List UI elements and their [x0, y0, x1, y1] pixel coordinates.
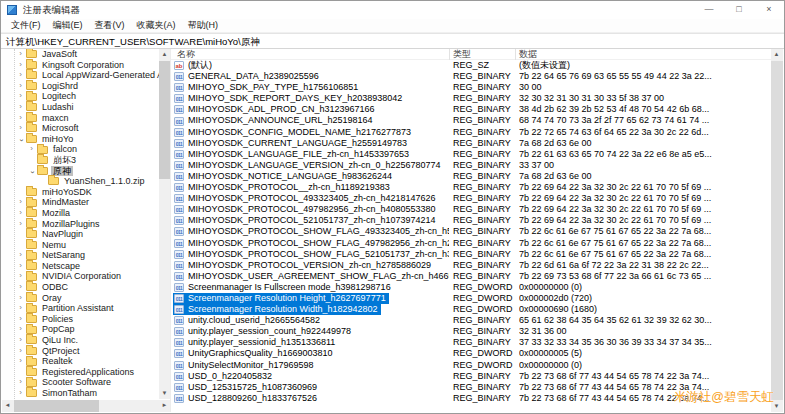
value-name-cell[interactable]: 011 MIHOYOSDK_PROTOCOL_493323405_zh-cn_h… — [173, 193, 449, 204]
value-name-cell[interactable]: 011 USD_125315725_h1087360969 — [173, 382, 449, 393]
expand-chevron-icon[interactable]: › — [16, 346, 25, 357]
tree-item[interactable]: › miHoYo — [2, 134, 159, 145]
menu-item[interactable]: 编辑(E) — [47, 19, 89, 32]
tree-item[interactable]: › Nemu — [2, 240, 159, 251]
value-row[interactable]: 011 MIHOYOSDK_PROTOCOL_SHOW_FLAG_4933234… — [171, 226, 771, 237]
minimize-button[interactable]: — — [694, 1, 724, 19]
value-name-cell[interactable]: 011 MIHOYOSDK_CURRENT_LANGUAGE_h25591497… — [173, 138, 449, 149]
value-row[interactable]: 011 GENERAL_DATA_h2389025596 REG_BINARY … — [171, 71, 771, 82]
value-row[interactable]: 011 UnityGraphicsQuality_h1669003810 REG… — [171, 348, 771, 359]
value-row[interactable]: 011 MIHOYOSDK_USER_AGREEMENT_SHOW_FLAG_z… — [171, 271, 771, 282]
menu-item[interactable]: 帮助(H) — [182, 19, 225, 32]
value-name-cell[interactable]: 011 MIHOYOSDK_PROTOCOL_SHOW_FLAG_4933234… — [173, 226, 449, 237]
expand-chevron-icon[interactable]: › — [16, 219, 25, 230]
column-separator[interactable] — [449, 49, 450, 60]
tree-item[interactable]: › Netscape — [2, 261, 159, 272]
expand-chevron-icon[interactable]: › — [16, 60, 25, 71]
maximize-button[interactable]: □ — [724, 1, 754, 19]
value-name-cell[interactable]: 011 MIHOYO_SDK_REPORT_DAYS_KEY_h20389380… — [173, 93, 449, 104]
value-row[interactable]: 011 MIHOYOSDK_PROTOCOL_SHOW_FLAG_4979829… — [171, 238, 771, 249]
value-name-cell[interactable]: 011 Screenmanager Resolution Width_h1829… — [173, 304, 449, 315]
value-row[interactable]: 011 MIHOYOSDK_CONFIG_MODEL_NAME_h2176277… — [171, 127, 771, 138]
scroll-right-icon[interactable]: ► — [159, 400, 170, 411]
scroll-up-icon[interactable]: ▲ — [771, 49, 782, 60]
expand-chevron-icon[interactable]: › — [16, 324, 25, 335]
tree-item[interactable]: › ODBC — [2, 282, 159, 293]
tree-item[interactable]: › falcon — [2, 144, 159, 155]
value-row[interactable]: 011 MIHOYOSDK_PROTOCOL_497982956_zh-cn_h… — [171, 204, 771, 215]
value-row[interactable]: 011 unity.player_sessionid_h1351336811 R… — [171, 337, 771, 348]
tree-item[interactable]: › Oray — [2, 293, 159, 304]
value-row[interactable]: 011 MIHOYOSDK_PROTOCOL_SHOW_FLAG_5210517… — [171, 249, 771, 260]
value-name-cell[interactable]: 011 MIHOYOSDK_USER_AGREEMENT_SHOW_FLAG_z… — [173, 271, 449, 282]
expand-chevron-icon[interactable]: › — [16, 113, 25, 124]
expand-chevron-icon[interactable]: › — [26, 167, 37, 176]
value-name-cell[interactable]: 011 MIHOYOSDK_PROTOCOL_SHOW_FLAG_5210517… — [173, 249, 449, 260]
expand-chevron-icon[interactable]: › — [16, 377, 25, 388]
value-row[interactable]: 011 UnitySelectMonitor_h17969598 REG_DWO… — [171, 360, 771, 371]
expand-chevron-icon[interactable]: › — [16, 81, 25, 92]
value-row[interactable]: 011 Screenmanager Resolution Width_h1829… — [171, 304, 771, 315]
value-row[interactable]: 011 MIHOYOSDK_CURRENT_LANGUAGE_h25591497… — [171, 138, 771, 149]
value-name-cell[interactable]: 011 UnitySelectMonitor_h17969598 — [173, 360, 449, 371]
tree-item[interactable]: › miHoYoSDK — [2, 187, 159, 198]
column-header-name[interactable]: 名称 — [177, 49, 195, 60]
value-row[interactable]: 011 unity.cloud_userid_h2665564582 REG_B… — [171, 315, 771, 326]
value-name-cell[interactable]: 011 MIHOYOSDK_CONFIG_MODEL_NAME_h2176277… — [173, 127, 449, 138]
list-vertical-scrollbar[interactable]: ▲ ▼ — [771, 49, 783, 412]
value-name-cell[interactable]: 011 MIHOYOSDK_LANGUAGE_VERSION_zh-cn_0_h… — [173, 160, 449, 171]
value-row[interactable]: 011 MIHOYOSDK_PROTOCOL_VERSION_zh-cn_h27… — [171, 260, 771, 271]
expand-chevron-icon[interactable]: › — [16, 388, 25, 399]
value-name-cell[interactable]: ab (默认) — [173, 60, 449, 71]
value-name-cell[interactable]: 011 Screenmanager Resolution Height_h262… — [173, 293, 449, 304]
expand-chevron-icon[interactable]: › — [16, 314, 25, 325]
value-row[interactable]: 011 Screenmanager Resolution Height_h262… — [171, 293, 771, 304]
value-name-cell[interactable]: 011 USD_128809260_h1833767526 — [173, 393, 449, 404]
value-row[interactable]: ab (默认) REG_SZ (数值未设置) — [171, 60, 771, 71]
value-row[interactable]: 011 unity.player_session_count_h92244997… — [171, 326, 771, 337]
value-row[interactable]: 011 MIHOYO_SDK_PAY_TYPE_h1756106851 REG_… — [171, 82, 771, 93]
expand-chevron-icon[interactable]: › — [16, 293, 25, 304]
value-row[interactable]: 011 MIHOYOSDK_NOTICE_LANGUAGE_h983626244… — [171, 171, 771, 182]
tree-item[interactable]: › SimonTatham — [2, 388, 159, 399]
value-row[interactable]: 011 MIHOYOSDK_ADL_PROD_CN_h3123967166 RE… — [171, 104, 771, 115]
tree-item[interactable]: › 崩坏3 — [2, 155, 159, 166]
value-name-cell[interactable]: 011 GENERAL_DATA_h2389025596 — [173, 71, 449, 82]
column-header-type[interactable]: 类型 — [453, 49, 471, 60]
value-name-cell[interactable]: 011 MIHOYOSDK_ADL_PROD_CN_h3123967166 — [173, 104, 449, 115]
expand-chevron-icon[interactable]: › — [16, 208, 25, 219]
value-name-cell[interactable]: 011 MIHOYOSDK_PROTOCOL_VERSION_zh-cn_h27… — [173, 260, 449, 271]
tree-item[interactable]: › JavaSoft — [2, 49, 159, 60]
expand-chevron-icon[interactable]: › — [16, 261, 25, 272]
menu-item[interactable]: 收藏夹(A) — [131, 19, 182, 32]
tree-horizontal-scrollbar[interactable]: ◄ ► — [2, 400, 170, 412]
expand-chevron-icon[interactable]: › — [16, 49, 25, 60]
scroll-left-icon[interactable]: ◄ — [2, 400, 13, 411]
menu-item[interactable]: 查看(V) — [89, 19, 131, 32]
column-header-data[interactable]: 数据 — [519, 49, 537, 60]
value-name-cell[interactable]: 011 MIHOYOSDK_ANNOUNCE_URL_h25198164 — [173, 115, 449, 126]
tree-item[interactable]: › LogiShrd — [2, 81, 159, 92]
tree-item[interactable]: › 原神 — [2, 166, 159, 177]
value-name-cell[interactable]: 011 Screenmanager Is Fullscreen mode_h39… — [173, 282, 449, 293]
expand-chevron-icon[interactable]: › — [16, 335, 25, 346]
value-name-cell[interactable]: 011 MIHOYOSDK_NOTICE_LANGUAGE_h983626244 — [173, 171, 449, 182]
value-row[interactable]: 011 Screenmanager Is Fullscreen mode_h39… — [171, 282, 771, 293]
address-path[interactable]: 计算机\HKEY_CURRENT_USER\SOFTWARE\miHoYo\原神 — [6, 36, 260, 49]
tree-item[interactable]: › NavPlugin — [2, 229, 159, 240]
tree-item[interactable]: › Mozilla — [2, 208, 159, 219]
value-row[interactable]: 011 MIHOYOSDK_LANGUAGE_VERSION_zh-cn_0_h… — [171, 160, 771, 171]
scroll-up-icon[interactable]: ▲ — [159, 49, 170, 60]
value-name-cell[interactable]: 011 UnityGraphicsQuality_h1669003810 — [173, 348, 449, 359]
value-row[interactable]: 011 USD_0_h220405832 REG_BINARY 7b 22 73… — [171, 371, 771, 382]
value-name-cell[interactable]: 011 MIHOYOSDK_PROTOCOL_521051737_zh-cn_h… — [173, 215, 449, 226]
expand-chevron-icon[interactable]: › — [16, 91, 25, 102]
value-name-cell[interactable]: 011 unity.cloud_userid_h2665564582 — [173, 315, 449, 326]
tree-hscroll-thumb[interactable] — [14, 400, 99, 412]
value-name-cell[interactable]: 011 MIHOYOSDK_PROTOCOL_SHOW_FLAG_4979829… — [173, 238, 449, 249]
expand-chevron-icon[interactable]: › — [16, 356, 25, 367]
address-bar[interactable]: 计算机\HKEY_CURRENT_USER\SOFTWARE\miHoYo\原神 — [1, 33, 784, 49]
value-name-cell[interactable]: 011 MIHOYO_SDK_PAY_TYPE_h1756106851 — [173, 82, 449, 93]
tree-item[interactable]: › QtProject — [2, 346, 159, 357]
value-name-cell[interactable]: 011 unity.player_sessionid_h1351336811 — [173, 337, 449, 348]
